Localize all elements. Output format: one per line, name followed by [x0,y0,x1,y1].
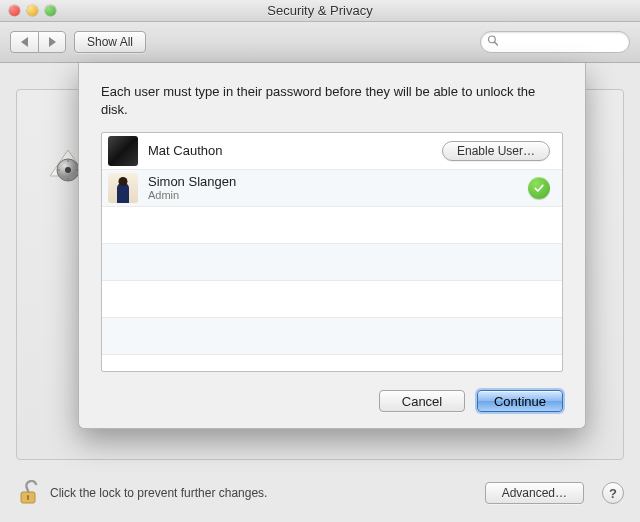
forward-button[interactable] [38,31,66,53]
nav-segmented [10,31,66,53]
chevron-left-icon [21,37,28,47]
help-button[interactable]: ? [602,482,624,504]
enable-user-button[interactable]: Enable User… [442,141,550,161]
user-name: Simon Slangen [148,175,236,189]
minimize-window-button[interactable] [27,5,38,16]
user-list: Mat Cauthon Enable User… Simon Slangen A… [101,132,563,372]
user-row[interactable]: Mat Cauthon Enable User… [102,133,562,170]
avatar [108,136,138,166]
enable-users-sheet: Each user must type in their password be… [78,63,586,429]
empty-row [102,318,562,355]
user-name: Mat Cauthon [148,144,222,158]
show-all-button[interactable]: Show All [74,31,146,53]
titlebar: Security & Privacy [0,0,640,22]
svg-point-3 [65,167,71,173]
search-icon [487,35,499,50]
search-field[interactable] [480,31,630,53]
chevron-right-icon [49,37,56,47]
enabled-check-icon [528,177,550,199]
lock-control[interactable]: Click the lock to prevent further change… [16,480,267,506]
empty-row [102,281,562,318]
unlocked-lock-icon [16,480,42,506]
user-subtitle: Admin [148,189,236,201]
zoom-window-button[interactable] [45,5,56,16]
svg-line-1 [495,42,498,45]
avatar [108,173,138,203]
bottom-bar: Click the lock to prevent further change… [0,464,640,522]
toolbar: Show All [0,22,640,63]
user-info: Mat Cauthon [148,144,222,158]
content-area: Each user must type in their password be… [0,63,640,522]
close-window-button[interactable] [9,5,20,16]
window-title: Security & Privacy [0,3,640,18]
advanced-button[interactable]: Advanced… [485,482,584,504]
empty-row [102,244,562,281]
sheet-message: Each user must type in their password be… [101,83,563,118]
continue-button[interactable]: Continue [477,390,563,412]
window-controls [0,5,56,16]
cancel-button[interactable]: Cancel [379,390,465,412]
sheet-button-row: Cancel Continue [101,390,563,412]
lock-text: Click the lock to prevent further change… [50,486,267,500]
back-button[interactable] [10,31,38,53]
search-input[interactable] [503,35,623,49]
svg-rect-9 [27,495,29,500]
empty-row [102,207,562,244]
user-row[interactable]: Simon Slangen Admin [102,170,562,207]
user-info: Simon Slangen Admin [148,175,236,201]
